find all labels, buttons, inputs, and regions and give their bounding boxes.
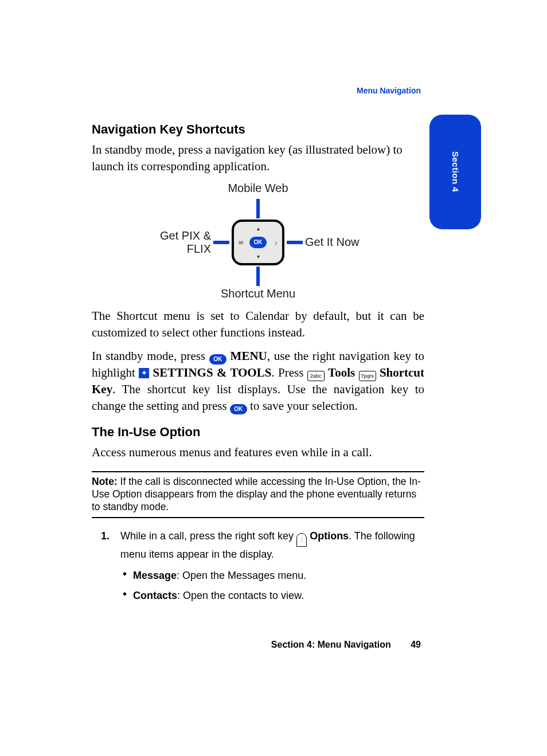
diagram-label-left: Get PIX & FLIX xyxy=(138,229,211,256)
paragraph-intro: In standby mode, press a navigation key … xyxy=(92,142,424,175)
dpad-left-icon: ✉ xyxy=(239,239,243,245)
dpad-right-icon: ♪ xyxy=(275,239,278,245)
section-tab: Section 4 xyxy=(429,115,481,229)
section-tab-label: Section 4 xyxy=(451,151,460,192)
text-fragment: to save your selection. xyxy=(247,399,358,413)
paragraph-instructions: In standby mode, press OK MENU, use the … xyxy=(92,348,424,414)
bullet-contacts: Contacts: Open the contacts to view. xyxy=(133,588,424,604)
diagram-label-right: Get It Now xyxy=(305,236,378,249)
connector-top xyxy=(256,199,260,218)
bullet-message: Message: Open the Messages menu. xyxy=(133,568,424,583)
dpad-icon: ▴ ▾ ✉ ♪ OK xyxy=(232,220,284,265)
bold-message: Message xyxy=(133,570,177,581)
paragraph-in-use-intro: Access numerous menus and features even … xyxy=(92,444,424,461)
note-text: If the call is disconnected while access… xyxy=(92,476,421,512)
step-1: 1. While in a call, press the right soft… xyxy=(120,528,424,604)
nav-diagram: Mobile Web Get PIX & FLIX ▴ ▾ ✉ ♪ OK Get… xyxy=(138,182,378,303)
bold-tools: Tools xyxy=(328,366,355,379)
heading-nav-shortcuts: Navigation Key Shortcuts xyxy=(92,122,424,137)
settings-tools-icon xyxy=(139,368,149,378)
right-softkey-icon: ⋮ xyxy=(296,533,307,547)
diagram-label-top: Mobile Web xyxy=(138,182,378,198)
text-fragment: : Open the Messages menu. xyxy=(177,570,306,581)
running-header: Menu Navigation xyxy=(357,86,421,95)
content-area: Navigation Key Shortcuts In standby mode… xyxy=(92,86,424,604)
dpad-ok-button: OK xyxy=(249,237,267,248)
ok-key-icon: OK xyxy=(209,354,226,365)
text-fragment: : Open the contacts to view. xyxy=(177,590,304,601)
key-7-icon: 7pqrs xyxy=(359,371,376,381)
text-fragment: While in a call, press the right soft ke… xyxy=(120,530,296,542)
bold-options: Options xyxy=(310,530,349,542)
step-number: 1. xyxy=(101,528,110,544)
dpad-up-icon: ▴ xyxy=(257,225,260,232)
footer: Section 4: Menu Navigation 49 xyxy=(271,640,421,650)
text-fragment: . Press xyxy=(271,366,307,379)
note-label: Note: xyxy=(92,476,118,487)
bold-menu: MENU xyxy=(230,349,267,363)
connector-left xyxy=(213,241,229,244)
key-2-icon: 2abc xyxy=(307,371,325,381)
page: Menu Navigation Section 4 Navigation Key… xyxy=(0,0,547,756)
steps-list: 1. While in a call, press the right soft… xyxy=(92,528,424,604)
bold-settings: SETTINGS & TOOLS xyxy=(153,366,272,379)
ok-key-icon: OK xyxy=(230,404,247,414)
connector-right xyxy=(287,241,303,244)
paragraph-shortcut-default: The Shortcut menu is set to Calendar by … xyxy=(92,308,424,341)
bold-contacts: Contacts xyxy=(133,590,177,601)
text-fragment: In standby mode, press xyxy=(92,349,209,363)
bullet-list: Message: Open the Messages menu. Contact… xyxy=(120,568,424,604)
connector-bottom xyxy=(256,267,260,286)
note-block: Note: If the call is disconnected while … xyxy=(92,471,424,518)
footer-title: Section 4: Menu Navigation xyxy=(271,640,391,649)
heading-in-use: The In-Use Option xyxy=(92,425,424,440)
page-number: 49 xyxy=(411,640,421,649)
diagram-label-bottom: Shortcut Menu xyxy=(138,287,378,303)
dpad-down-icon: ▾ xyxy=(257,253,260,260)
